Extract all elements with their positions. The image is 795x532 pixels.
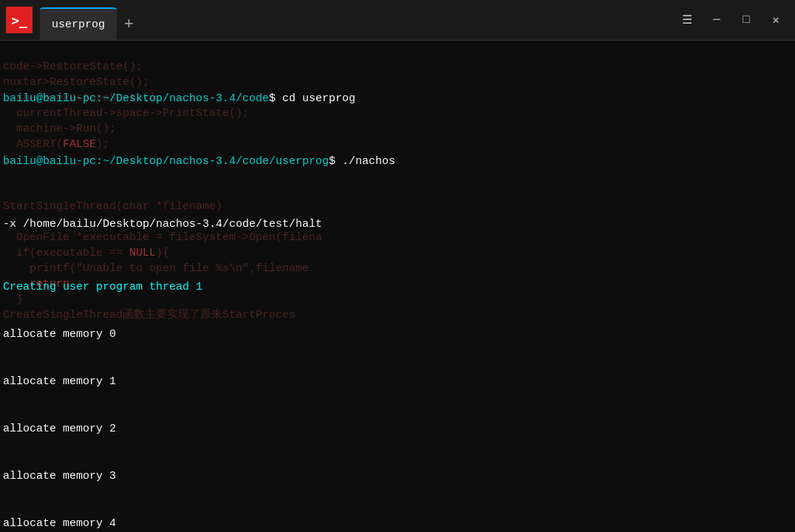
tab-label: userprog — [52, 18, 105, 31]
output-line-4: allocate memory 3 — [3, 468, 795, 484]
output-line-5: allocate memory 4 — [3, 516, 795, 531]
tab-area: userprog + — [40, 0, 680, 40]
prompt-dir-2: :~/Desktop/nachos-3.4/code/userprog — [96, 154, 329, 169]
minimize-button[interactable]: ─ — [709, 13, 724, 27]
prompt-dollar-1: $ — [269, 91, 276, 106]
prompt-dir-1: :~/Desktop/nachos-3.4/code — [96, 91, 269, 106]
maximize-button[interactable]: □ — [739, 13, 754, 27]
tab-userprog[interactable]: userprog — [40, 7, 117, 40]
close-button[interactable]: ✕ — [768, 13, 783, 27]
prompt-cmd-1: cd userprog — [276, 91, 355, 106]
prompt-line-1: bailu@bailu-pc:~/Desktop/nachos-3.4/code… — [3, 91, 795, 106]
prompt-cmd-2: ./nachos — [335, 154, 395, 169]
output-line-2: allocate memory 1 — [3, 374, 795, 389]
terminal-output: bailu@bailu-pc:~/Desktop/nachos-3.4/code… — [3, 44, 795, 532]
continuation-line: -x /home/bailu/Desktop/nachos-3.4/code/t… — [3, 216, 795, 232]
add-tab-button[interactable]: + — [117, 7, 141, 40]
prompt-dollar-2: $ — [329, 154, 335, 169]
output-line-3: allocate memory 2 — [3, 421, 795, 437]
terminal-app-icon: >_ — [6, 7, 33, 33]
menu-button[interactable]: ☰ — [680, 13, 695, 27]
output-line-0: Creating user program thread 1 — [3, 279, 795, 295]
prompt-user-2: bailu@bailu-pc — [3, 154, 96, 169]
terminal-icon-text: >_ — [11, 13, 27, 28]
terminal-body[interactable]: code->RestoreState(); nuxtar>RestoreStat… — [0, 41, 795, 532]
prompt-line-2: bailu@bailu-pc:~/Desktop/nachos-3.4/code… — [3, 154, 795, 169]
window-controls: ☰ ─ □ ✕ — [680, 13, 789, 27]
title-bar: >_ userprog + ☰ ─ □ ✕ — [0, 0, 795, 41]
output-line-1: allocate memory 0 — [3, 327, 795, 342]
prompt-user-1: bailu@bailu-pc — [3, 91, 96, 106]
